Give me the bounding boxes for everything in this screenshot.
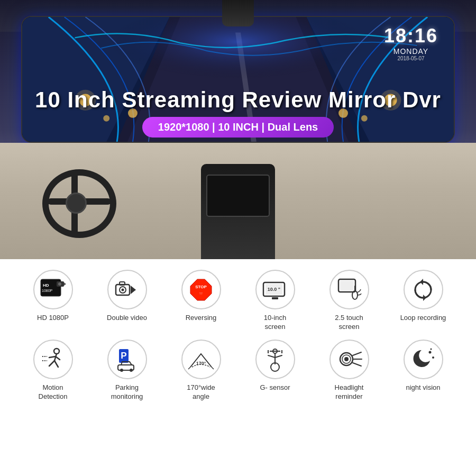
parking-icon-svg: P (114, 346, 140, 372)
label-motion-detection: MotionDetection (39, 383, 68, 401)
svg-text:170°: 170° (196, 361, 206, 366)
svg-line-46 (56, 356, 60, 360)
label-screen-10: 10-inchscreen (264, 314, 287, 332)
gsensor-icon-svg (262, 346, 288, 372)
label-parking-monitoring: Parkingmonitoring (111, 383, 143, 401)
svg-rect-36 (340, 281, 354, 290)
features-section: HD 1080P HD 1080P (0, 259, 476, 476)
dashboard-area (0, 143, 476, 259)
svg-line-61 (275, 355, 282, 358)
night-icon-svg (410, 346, 436, 372)
label-g-sensor: G- sensor (260, 383, 290, 392)
svg-rect-34 (272, 297, 278, 299)
svg-text:HD: HD (43, 283, 49, 288)
svg-line-55 (188, 367, 190, 369)
svg-point-21 (58, 282, 61, 286)
svg-text:P: P (121, 351, 126, 361)
feature-touch-screen: 2.5 touchscreen (315, 270, 383, 332)
feature-headlight-reminder: Headlightreminder (315, 340, 383, 401)
svg-point-72 (432, 356, 434, 359)
icon-circle-motion (33, 340, 73, 379)
icon-circle-double-video (107, 270, 147, 309)
label-double-video: Double video (107, 314, 147, 323)
svg-point-67 (344, 357, 349, 361)
label-touch-screen: 2.5 touchscreen (335, 314, 363, 332)
icon-circle-hd: HD 1080P (33, 270, 73, 309)
camera-mount (222, 0, 254, 26)
svg-line-45 (49, 356, 56, 358)
feature-night-vision: night vision (389, 340, 457, 392)
title-overlay: 10 Inch Streaming Review Mirror Dvr 1920… (11, 87, 465, 138)
page-wrapper: 18:16 MONDAY 2018-05-07 10 Inch Stream (0, 0, 476, 476)
mirror-time-display: 18:16 MONDAY 2018-05-07 (384, 25, 438, 61)
label-wide-angle: 170°wideangle (187, 383, 215, 401)
feature-parking-monitoring: P Parkingmonitoring (93, 340, 161, 401)
feature-reversing: STOP ↑↑ Reversing (167, 270, 235, 323)
svg-point-53 (130, 369, 133, 372)
svg-point-73 (431, 349, 432, 350)
features-row-1: HD 1080P HD 1080P (16, 270, 460, 332)
svg-rect-26 (120, 282, 125, 285)
feature-g-sensor: G- sensor (241, 340, 309, 392)
feature-motion-detection: MotionDetection (19, 340, 87, 401)
screen-icon-svg: 10.0 " (261, 278, 289, 301)
touch-icon-svg (336, 277, 362, 303)
feature-double-video: Double video (93, 270, 161, 323)
double-video-icon-svg (114, 278, 140, 301)
icon-circle-gsensor (255, 340, 295, 379)
wide-angle-icon-svg: 170° (188, 346, 214, 372)
icon-circle-wide-angle: 170° (181, 340, 221, 379)
hd-icon-svg: HD 1080P (40, 278, 66, 301)
clock-day: MONDAY (384, 47, 438, 56)
icon-circle-loop (404, 270, 443, 309)
console-screen (206, 175, 270, 217)
feature-hd-1080p: HD 1080P HD 1080P (19, 270, 87, 323)
feature-loop-recording: Loop recording (389, 270, 457, 323)
svg-text:STOP: STOP (195, 285, 207, 289)
svg-point-71 (429, 351, 432, 354)
icon-circle-parking: P (107, 340, 147, 379)
icon-circle-screen: 10.0 " (255, 270, 295, 309)
svg-text:10.0 ": 10.0 " (268, 287, 280, 292)
headlight-icon-svg (336, 346, 362, 372)
svg-line-44 (54, 361, 58, 367)
features-row-2: MotionDetection P Parkingmo (16, 340, 460, 401)
loop-icon-svg (410, 277, 436, 303)
top-section: 18:16 MONDAY 2018-05-07 10 Inch Stream (0, 0, 476, 259)
svg-text:1080P: 1080P (42, 289, 53, 292)
clock-time: 18:16 (384, 25, 438, 47)
product-title: 10 Inch Streaming Review Mirror Dvr (11, 87, 465, 113)
svg-marker-28 (190, 279, 212, 300)
label-headlight-reminder: Headlightreminder (335, 383, 364, 401)
svg-line-68 (353, 352, 361, 355)
icon-circle-touch (329, 270, 369, 309)
icon-circle-headlight (329, 340, 369, 379)
clock-date: 2018-05-07 (384, 56, 438, 61)
label-night-vision: night vision (406, 383, 440, 392)
svg-line-60 (268, 355, 275, 358)
product-subtitle: 1920*1080 | 10 INCH | Dual Lens (142, 117, 334, 138)
svg-text:↑↑: ↑↑ (199, 291, 203, 295)
svg-line-43 (49, 361, 54, 366)
svg-marker-22 (64, 282, 66, 286)
svg-line-56 (212, 367, 214, 369)
feature-wide-angle: 170° 170°wideangle (167, 340, 235, 401)
steering-wheel (42, 169, 127, 249)
svg-marker-40 (423, 295, 426, 301)
svg-line-70 (353, 363, 361, 366)
feature-screen-10: 10.0 " 10-inchscreen (241, 270, 309, 332)
label-loop-recording: Loop recording (400, 314, 446, 323)
steering-center (66, 193, 87, 214)
reversing-icon-svg: STOP ↑↑ (188, 277, 214, 303)
motion-icon-svg (40, 346, 66, 372)
svg-point-41 (54, 349, 59, 354)
icon-circle-night-vision (404, 340, 443, 379)
center-console (201, 164, 275, 259)
svg-marker-27 (131, 286, 136, 294)
icon-circle-reversing: STOP ↑↑ (181, 270, 221, 309)
svg-point-25 (122, 288, 124, 291)
label-hd-1080p: HD 1080P (37, 314, 69, 323)
label-reversing: Reversing (186, 314, 217, 323)
svg-point-52 (120, 369, 123, 372)
